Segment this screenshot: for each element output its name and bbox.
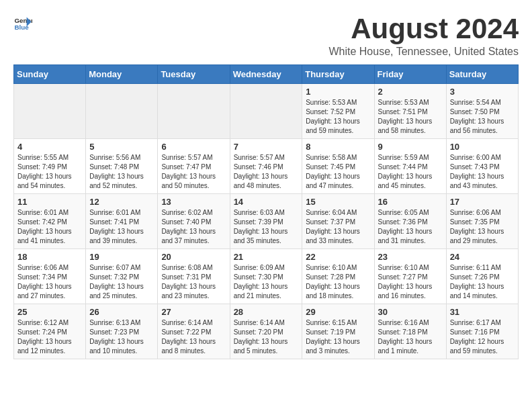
day-info: Sunrise: 6:12 AM Sunset: 7:24 PM Dayligh… xyxy=(17,318,82,356)
calendar-cell xyxy=(14,84,86,139)
logo: General Blue xyxy=(13,13,32,32)
day-info: Sunrise: 6:01 AM Sunset: 7:41 PM Dayligh… xyxy=(89,208,154,246)
main-title: August 2024 xyxy=(328,13,519,44)
calendar-cell: 24Sunrise: 6:11 AM Sunset: 7:26 PM Dayli… xyxy=(446,249,518,304)
day-info: Sunrise: 6:06 AM Sunset: 7:34 PM Dayligh… xyxy=(17,263,82,301)
title-area: August 2024 White House, Tennessee, Unit… xyxy=(328,13,519,58)
calendar-table: SundayMondayTuesdayWednesdayThursdayFrid… xyxy=(13,64,519,359)
calendar-cell xyxy=(158,84,230,139)
day-number: 9 xyxy=(378,142,443,152)
calendar-cell: 9Sunrise: 5:59 AM Sunset: 7:44 PM Daylig… xyxy=(374,139,446,194)
calendar-cell: 28Sunrise: 6:14 AM Sunset: 7:20 PM Dayli… xyxy=(230,304,302,359)
calendar-cell: 29Sunrise: 6:15 AM Sunset: 7:19 PM Dayli… xyxy=(302,304,374,359)
calendar-cell: 17Sunrise: 6:06 AM Sunset: 7:35 PM Dayli… xyxy=(446,194,518,249)
calendar-cell: 27Sunrise: 6:14 AM Sunset: 7:22 PM Dayli… xyxy=(158,304,230,359)
calendar-day-header: Thursday xyxy=(302,65,374,84)
subtitle: White House, Tennessee, United States xyxy=(328,46,519,58)
day-info: Sunrise: 6:10 AM Sunset: 7:27 PM Dayligh… xyxy=(378,263,443,301)
day-number: 12 xyxy=(89,197,154,207)
calendar-cell: 14Sunrise: 6:03 AM Sunset: 7:39 PM Dayli… xyxy=(230,194,302,249)
day-number: 21 xyxy=(234,252,299,262)
calendar-cell: 31Sunrise: 6:17 AM Sunset: 7:16 PM Dayli… xyxy=(446,304,518,359)
calendar-cell: 23Sunrise: 6:10 AM Sunset: 7:27 PM Dayli… xyxy=(374,249,446,304)
day-info: Sunrise: 6:01 AM Sunset: 7:42 PM Dayligh… xyxy=(17,208,82,246)
calendar-week-row: 11Sunrise: 6:01 AM Sunset: 7:42 PM Dayli… xyxy=(14,194,519,249)
logo-icon: General Blue xyxy=(13,13,32,32)
day-info: Sunrise: 5:53 AM Sunset: 7:52 PM Dayligh… xyxy=(306,98,370,136)
calendar-cell: 11Sunrise: 6:01 AM Sunset: 7:42 PM Dayli… xyxy=(14,194,86,249)
day-info: Sunrise: 6:14 AM Sunset: 7:22 PM Dayligh… xyxy=(161,318,226,356)
day-number: 22 xyxy=(306,252,370,262)
calendar-cell: 21Sunrise: 6:09 AM Sunset: 7:30 PM Dayli… xyxy=(230,249,302,304)
day-number: 15 xyxy=(306,197,370,207)
day-number: 5 xyxy=(89,142,154,152)
day-info: Sunrise: 5:53 AM Sunset: 7:51 PM Dayligh… xyxy=(378,98,443,136)
calendar-cell: 20Sunrise: 6:08 AM Sunset: 7:31 PM Dayli… xyxy=(158,249,230,304)
day-number: 13 xyxy=(161,197,226,207)
calendar-cell: 10Sunrise: 6:00 AM Sunset: 7:43 PM Dayli… xyxy=(446,139,518,194)
day-info: Sunrise: 6:04 AM Sunset: 7:37 PM Dayligh… xyxy=(306,208,370,246)
calendar-day-header: Sunday xyxy=(14,65,86,84)
calendar-week-row: 18Sunrise: 6:06 AM Sunset: 7:34 PM Dayli… xyxy=(14,249,519,304)
day-info: Sunrise: 6:11 AM Sunset: 7:26 PM Dayligh… xyxy=(450,263,515,301)
page-header: General Blue August 2024 White House, Te… xyxy=(13,13,519,58)
day-info: Sunrise: 6:08 AM Sunset: 7:31 PM Dayligh… xyxy=(161,263,226,301)
day-number: 17 xyxy=(450,197,515,207)
day-number: 27 xyxy=(161,307,226,317)
calendar-cell: 7Sunrise: 5:57 AM Sunset: 7:46 PM Daylig… xyxy=(230,139,302,194)
day-number: 18 xyxy=(17,252,82,262)
day-info: Sunrise: 6:07 AM Sunset: 7:32 PM Dayligh… xyxy=(89,263,154,301)
day-number: 20 xyxy=(161,252,226,262)
calendar-cell xyxy=(230,84,302,139)
day-info: Sunrise: 5:58 AM Sunset: 7:45 PM Dayligh… xyxy=(306,153,370,191)
day-number: 23 xyxy=(378,252,443,262)
calendar-cell: 13Sunrise: 6:02 AM Sunset: 7:40 PM Dayli… xyxy=(158,194,230,249)
calendar-cell: 8Sunrise: 5:58 AM Sunset: 7:45 PM Daylig… xyxy=(302,139,374,194)
calendar-cell: 16Sunrise: 6:05 AM Sunset: 7:36 PM Dayli… xyxy=(374,194,446,249)
calendar-cell: 30Sunrise: 6:16 AM Sunset: 7:18 PM Dayli… xyxy=(374,304,446,359)
day-info: Sunrise: 5:54 AM Sunset: 7:50 PM Dayligh… xyxy=(450,98,515,136)
day-number: 7 xyxy=(234,142,299,152)
day-number: 3 xyxy=(450,87,515,97)
calendar-cell: 4Sunrise: 5:55 AM Sunset: 7:49 PM Daylig… xyxy=(14,139,86,194)
day-number: 16 xyxy=(378,197,443,207)
calendar-cell: 2Sunrise: 5:53 AM Sunset: 7:51 PM Daylig… xyxy=(374,84,446,139)
calendar-cell: 15Sunrise: 6:04 AM Sunset: 7:37 PM Dayli… xyxy=(302,194,374,249)
calendar-week-row: 1Sunrise: 5:53 AM Sunset: 7:52 PM Daylig… xyxy=(14,84,519,139)
day-number: 10 xyxy=(450,142,515,152)
day-number: 6 xyxy=(161,142,226,152)
calendar-cell: 5Sunrise: 5:56 AM Sunset: 7:48 PM Daylig… xyxy=(86,139,158,194)
day-info: Sunrise: 6:05 AM Sunset: 7:36 PM Dayligh… xyxy=(378,208,443,246)
day-number: 31 xyxy=(450,307,515,317)
day-number: 14 xyxy=(234,197,299,207)
calendar-day-header: Monday xyxy=(86,65,158,84)
day-info: Sunrise: 6:03 AM Sunset: 7:39 PM Dayligh… xyxy=(234,208,299,246)
day-info: Sunrise: 5:59 AM Sunset: 7:44 PM Dayligh… xyxy=(378,153,443,191)
calendar-cell: 3Sunrise: 5:54 AM Sunset: 7:50 PM Daylig… xyxy=(446,84,518,139)
day-info: Sunrise: 6:17 AM Sunset: 7:16 PM Dayligh… xyxy=(450,318,515,356)
calendar-cell: 25Sunrise: 6:12 AM Sunset: 7:24 PM Dayli… xyxy=(14,304,86,359)
day-info: Sunrise: 5:56 AM Sunset: 7:48 PM Dayligh… xyxy=(89,153,154,191)
day-number: 19 xyxy=(89,252,154,262)
calendar-header-row: SundayMondayTuesdayWednesdayThursdayFrid… xyxy=(14,65,519,84)
day-info: Sunrise: 6:09 AM Sunset: 7:30 PM Dayligh… xyxy=(234,263,299,301)
day-number: 26 xyxy=(89,307,154,317)
day-info: Sunrise: 6:06 AM Sunset: 7:35 PM Dayligh… xyxy=(450,208,515,246)
day-info: Sunrise: 6:00 AM Sunset: 7:43 PM Dayligh… xyxy=(450,153,515,191)
day-number: 24 xyxy=(450,252,515,262)
calendar-week-row: 25Sunrise: 6:12 AM Sunset: 7:24 PM Dayli… xyxy=(14,304,519,359)
day-number: 8 xyxy=(306,142,370,152)
day-info: Sunrise: 6:10 AM Sunset: 7:28 PM Dayligh… xyxy=(306,263,370,301)
day-number: 4 xyxy=(17,142,82,152)
calendar-day-header: Wednesday xyxy=(230,65,302,84)
calendar-cell: 19Sunrise: 6:07 AM Sunset: 7:32 PM Dayli… xyxy=(86,249,158,304)
calendar-cell: 6Sunrise: 5:57 AM Sunset: 7:47 PM Daylig… xyxy=(158,139,230,194)
day-number: 2 xyxy=(378,87,443,97)
day-number: 25 xyxy=(17,307,82,317)
day-info: Sunrise: 5:55 AM Sunset: 7:49 PM Dayligh… xyxy=(17,153,82,191)
day-number: 29 xyxy=(306,307,370,317)
calendar-cell xyxy=(86,84,158,139)
day-number: 1 xyxy=(306,87,370,97)
day-info: Sunrise: 6:13 AM Sunset: 7:23 PM Dayligh… xyxy=(89,318,154,356)
calendar-cell: 18Sunrise: 6:06 AM Sunset: 7:34 PM Dayli… xyxy=(14,249,86,304)
